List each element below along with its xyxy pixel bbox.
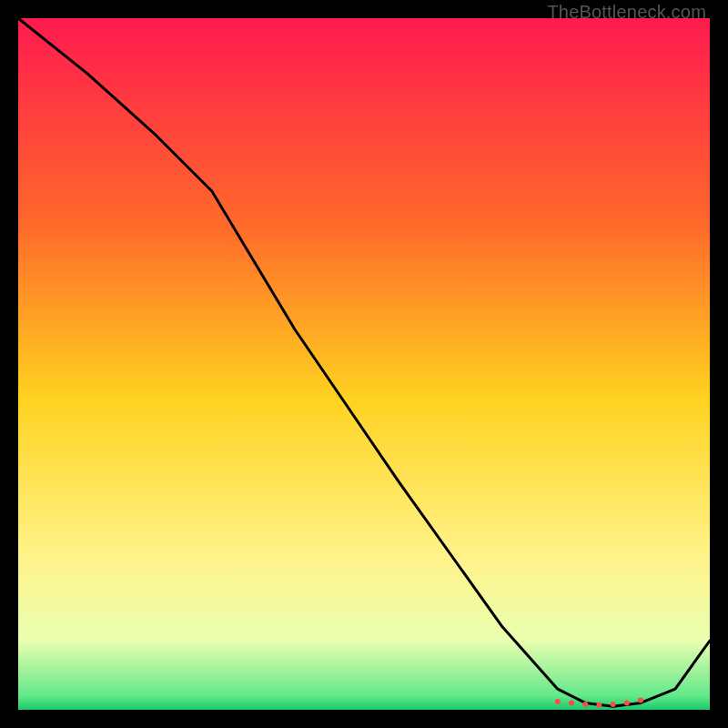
- chart-frame: [18, 18, 710, 710]
- chart-background: [18, 18, 710, 710]
- marker-dot: [555, 699, 561, 704]
- chart-svg: [18, 18, 710, 710]
- marker-dot: [624, 700, 630, 705]
- marker-dot: [611, 702, 616, 707]
- marker-dot: [582, 702, 588, 707]
- marker-dot: [638, 697, 643, 703]
- marker-dot: [569, 700, 574, 705]
- marker-dot: [596, 703, 602, 708]
